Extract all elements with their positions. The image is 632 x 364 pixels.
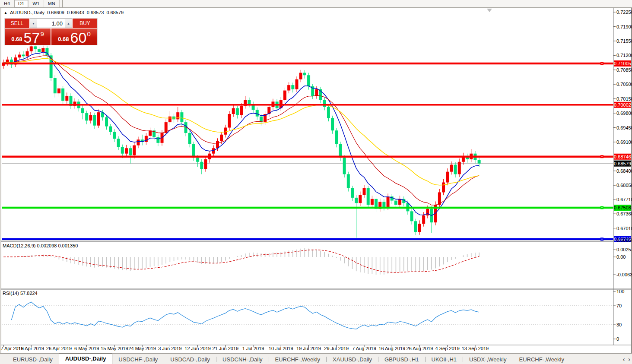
- buy-price-box[interactable]: 0.68 60 0: [51, 28, 97, 45]
- volume-input[interactable]: 1.00: [37, 19, 65, 28]
- ohlc-high: 0.68643: [67, 10, 84, 15]
- volume-stepper: ▼ 1.00 ▲: [30, 19, 72, 28]
- symbol-tab-ukoil-h1[interactable]: UKOil-,H1: [426, 355, 463, 364]
- symbol-tab-eurusd-daily[interactable]: EURUSD-,Daily: [7, 355, 59, 364]
- buy-price-pip: 0: [87, 29, 90, 37]
- tab-scroll-controls: ‹ ›: [623, 356, 630, 362]
- ohlc-low: 0.68573: [87, 10, 104, 15]
- toolbar-separator: [62, 0, 63, 7]
- chart-title: ▲ AUDUSD-,Daily 0.68609 0.68643 0.68573 …: [4, 10, 124, 15]
- timeframe-button-d1[interactable]: D1: [14, 0, 29, 7]
- mt4-app-window: 0.710050.700020.687460.675080.667460.722…: [0, 0, 632, 364]
- volume-increase-icon[interactable]: ▲: [65, 19, 72, 28]
- ohlc-open: 0.68609: [47, 10, 64, 15]
- macd-values: 0.002098 0.001350: [37, 243, 78, 248]
- collapse-panel-icon[interactable]: ▲: [4, 11, 7, 15]
- symbol-tab-usdchf-daily[interactable]: USDCHF-,Daily: [112, 355, 164, 364]
- timeframe-button-h4[interactable]: H4: [0, 0, 14, 7]
- rsi-indicator-label: RSI(14) 57.8224: [3, 291, 38, 296]
- symbol-tab-eurchf-weekly[interactable]: EURCHF-,Weekly: [269, 355, 327, 364]
- sell-price-box[interactable]: 0.68 57 9: [5, 28, 51, 45]
- volume-decrease-icon[interactable]: ▼: [30, 19, 37, 28]
- rsi-value: 57.8224: [20, 291, 38, 296]
- timeframe-toolbar: H4D1W1MN: [0, 0, 632, 8]
- buy-price-big: 60: [70, 31, 87, 44]
- one-click-trade-panel: SELL ▼ 1.00 ▲ BUY 0.68 57 9 0.68 60 0: [4, 18, 98, 45]
- symbol-tab-eurchf-weekly[interactable]: EURCHF-,Weekly: [513, 355, 571, 364]
- tabs-scroll-left-icon[interactable]: ‹: [623, 356, 625, 362]
- sell-price-prefix: 0.68: [11, 36, 22, 42]
- symbol-tab-usdcad-daily[interactable]: USDCAD-,Daily: [164, 355, 216, 364]
- sell-button[interactable]: SELL: [5, 19, 29, 28]
- ohlc-close: 0.68579: [106, 10, 124, 15]
- timeframe-button-mn[interactable]: MN: [44, 0, 60, 7]
- tabs-scroll-right-icon[interactable]: ›: [628, 356, 630, 362]
- symbol-tab-bar: EURUSD-,DailyAUDUSD-,DailyUSDCHF-,DailyU…: [0, 353, 632, 364]
- symbol-tab-xauusd-daily[interactable]: XAUUSD-,Daily: [327, 355, 378, 364]
- chart-symbol-label: AUDUSD-,Daily: [10, 10, 44, 15]
- symbol-tab-usdx-weekly[interactable]: USDX-,Weekly: [463, 355, 512, 364]
- sell-price-pip: 9: [40, 29, 44, 37]
- symbol-tab-gbpusd-h1[interactable]: GBPUSD-,H1: [378, 355, 425, 364]
- buy-price-prefix: 0.68: [58, 36, 69, 42]
- sell-price-big: 57: [24, 31, 40, 44]
- timeframe-button-w1[interactable]: W1: [29, 0, 44, 7]
- macd-indicator-label: MACD(12,26,9) 0.002098 0.001350: [3, 243, 78, 248]
- chart-window: [1, 8, 632, 353]
- buy-button[interactable]: BUY: [73, 19, 97, 28]
- symbol-tab-audusd-daily[interactable]: AUDUSD-,Daily: [59, 354, 113, 364]
- symbol-tab-usdcnh-daily[interactable]: USDCNH-,Daily: [216, 355, 268, 364]
